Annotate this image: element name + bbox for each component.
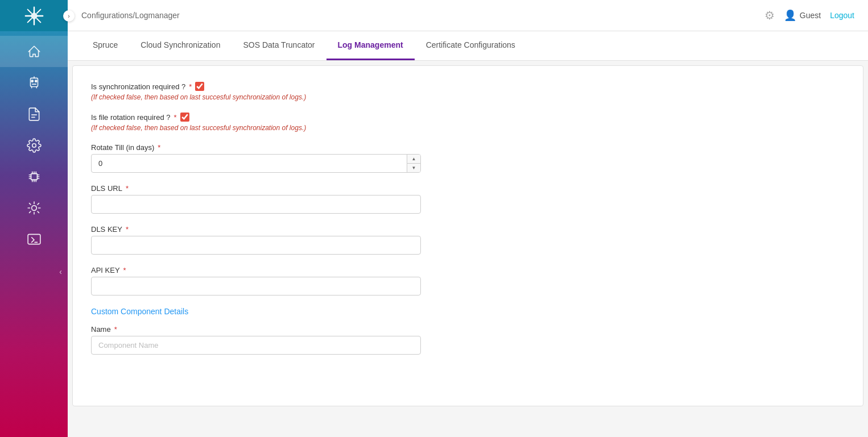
rotate-till-spinner-wrap: ▲ ▼ — [91, 154, 421, 173]
name-input[interactable] — [91, 336, 421, 355]
svg-point-0 — [31, 13, 37, 19]
rotate-till-asterisk: * — [158, 143, 160, 152]
tab-spruce[interactable]: Spruce — [81, 31, 129, 60]
sidebar-expand-button[interactable]: › — [63, 10, 75, 22]
dls-key-label: DLS KEY * — [91, 225, 845, 234]
sidebar-logo: › — [0, 0, 68, 31]
svg-line-6 — [36, 18, 40, 22]
name-asterisk: * — [114, 325, 117, 334]
sidebar-item-home[interactable] — [0, 36, 68, 67]
topbar: Configurations/Logmanager ⚙ 👤 Guest Logo… — [68, 0, 868, 31]
logout-button[interactable]: Logout — [830, 11, 854, 20]
dls-key-input[interactable]: 4e506310aca4c9a1979e708d7c2ee07b4e3a4d83… — [91, 236, 421, 255]
sidebar-item-cog[interactable] — [0, 192, 68, 223]
tab-cert-config[interactable]: Certificate Configurations — [415, 31, 527, 60]
svg-line-5 — [27, 9, 31, 13]
name-section: Name * — [91, 325, 845, 355]
api-key-asterisk: * — [123, 266, 126, 274]
api-key-input[interactable]: 4e506310aca4c9a1979e708d7c2ee07b4e3a4d83… — [91, 277, 421, 296]
custom-component-heading: Custom Component Details — [91, 307, 845, 316]
spinner-down-button[interactable]: ▼ — [407, 164, 420, 172]
file-rotation-asterisk: * — [173, 113, 176, 122]
breadcrumb: Configurations/Logmanager — [81, 11, 180, 20]
content-area: Spruce Cloud Synchronization SOS Data Tr… — [68, 31, 868, 437]
sidebar-nav — [0, 31, 68, 255]
user-label: Guest — [800, 11, 821, 20]
topbar-right: ⚙ 👤 Guest Logout — [764, 9, 854, 22]
file-rotation-checkbox[interactable] — [180, 113, 189, 122]
svg-point-10 — [31, 80, 33, 82]
file-rotation-hint: (If checked false, then based on last su… — [91, 124, 845, 132]
sidebar-item-settings[interactable] — [0, 130, 68, 161]
svg-point-11 — [35, 80, 36, 82]
sidebar-item-documents[interactable] — [0, 98, 68, 130]
sidebar-item-chip[interactable] — [0, 161, 68, 192]
svg-line-8 — [27, 18, 31, 22]
svg-rect-9 — [30, 78, 38, 86]
user-icon: 👤 — [784, 9, 796, 22]
name-label: Name * — [91, 325, 845, 334]
main-area: Configurations/Logmanager ⚙ 👤 Guest Logo… — [68, 0, 868, 437]
sidebar-item-terminal[interactable] — [0, 223, 68, 255]
dls-key-asterisk: * — [126, 225, 129, 234]
tab-sos[interactable]: SOS Data Truncator — [232, 31, 326, 60]
spinner-up-button[interactable]: ▲ — [407, 155, 420, 164]
sync-required-label: Is synchronization required ? * — [91, 82, 845, 91]
svg-point-16 — [31, 205, 36, 210]
svg-rect-15 — [31, 173, 37, 180]
dls-url-label: DLS URL * — [91, 184, 845, 193]
settings-icon[interactable]: ⚙ — [764, 9, 775, 22]
dls-url-asterisk: * — [126, 184, 129, 193]
sync-required-asterisk: * — [189, 82, 192, 91]
api-key-section: API KEY * 4e506310aca4c9a1979e708d7c2ee0… — [91, 266, 845, 296]
spinner-buttons: ▲ ▼ — [407, 155, 420, 172]
tab-cloud-sync[interactable]: Cloud Synchronization — [129, 31, 232, 60]
user-info: 👤 Guest — [784, 9, 821, 22]
sidebar: › ‹ — [0, 0, 68, 437]
tab-bar: Spruce Cloud Synchronization SOS Data Tr… — [68, 31, 868, 61]
dls-url-section: DLS URL * https://in.tcupiot.com/dls/fil… — [91, 184, 845, 214]
sidebar-item-devices[interactable] — [0, 67, 68, 98]
dls-key-section: DLS KEY * 4e506310aca4c9a1979e708d7c2ee0… — [91, 225, 845, 255]
sync-required-section: Is synchronization required ? * (If chec… — [91, 82, 845, 101]
sync-required-checkbox[interactable] — [195, 82, 204, 91]
rotate-till-section: Rotate Till (in days) * ▲ ▼ — [91, 143, 845, 173]
sidebar-collapse-button[interactable]: ‹ — [0, 260, 68, 283]
file-rotation-label: Is file rotation required ? * — [91, 113, 845, 122]
sync-required-hint: (If checked false, then based on last su… — [91, 93, 845, 101]
svg-line-7 — [36, 9, 40, 13]
rotate-till-label: Rotate Till (in days) * — [91, 143, 845, 152]
rotate-till-input[interactable] — [91, 154, 421, 173]
form-panel: Is synchronization required ? * (If chec… — [72, 65, 863, 406]
tab-log-management[interactable]: Log Management — [326, 31, 415, 60]
svg-point-14 — [32, 143, 36, 147]
file-rotation-section: Is file rotation required ? * (If checke… — [91, 113, 845, 132]
dls-url-input[interactable]: https://in.tcupiot.com/dls/file — [91, 195, 421, 214]
api-key-label: API KEY * — [91, 266, 845, 274]
